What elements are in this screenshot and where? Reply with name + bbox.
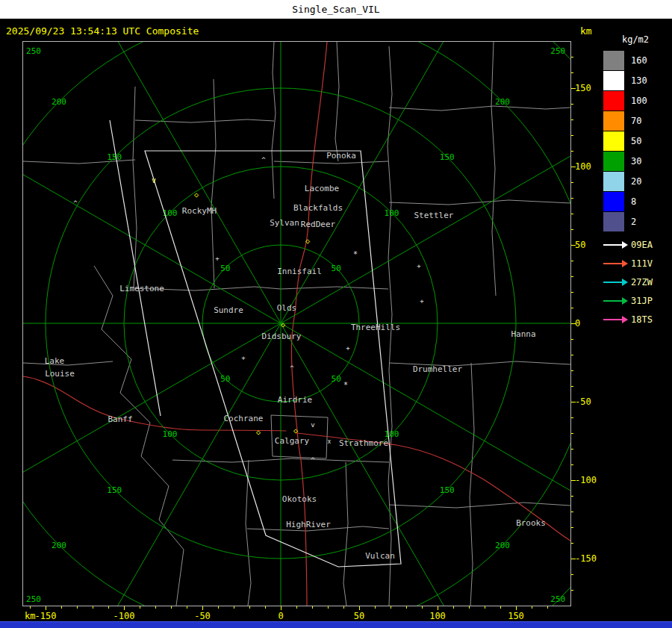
legend-swatch-160: [603, 51, 624, 70]
city-label-stettler: Stettler: [414, 211, 454, 220]
poi-marker: ◇: [281, 320, 285, 329]
x-tick: [375, 606, 376, 609]
city-labels: PonokaLacombeBlackfaldsRedDeerSylvanRock…: [45, 151, 546, 561]
legend-value: 70: [631, 111, 641, 131]
poi-marker: v: [311, 421, 314, 429]
y-tick: [571, 527, 573, 528]
y-tick: [571, 433, 573, 434]
site-id: 111V: [631, 255, 653, 273]
city-label-blackfalds: Blackfalds: [293, 203, 343, 213]
x-tick: [438, 606, 438, 610]
y-tick: [571, 574, 573, 575]
city-label-hanna: Hanna: [511, 329, 535, 339]
y-tick: [571, 151, 573, 152]
ring-range-label: 250: [26, 594, 41, 604]
x-axis-label: 50: [354, 611, 364, 621]
y-tick: [571, 464, 573, 465]
y-axis-label: -100: [575, 475, 597, 485]
azimuth-spoke: [72, 42, 281, 323]
x-tick: [249, 606, 250, 609]
ring-range-label: 200: [495, 541, 510, 550]
y-tick: [571, 135, 573, 136]
poi-marker: ◇: [293, 426, 298, 435]
poi-marker: +: [215, 255, 220, 262]
poi-marker: +: [420, 297, 424, 305]
legend-value: 20: [631, 172, 641, 192]
y-tick: [571, 590, 573, 591]
y-tick: [571, 292, 573, 293]
y-tick: [571, 308, 573, 308]
ring-range-label: 150: [440, 152, 455, 162]
legend-value: 2: [631, 212, 636, 232]
city-label-didsbury: Didsbury: [262, 332, 302, 341]
x-axis-label: 150: [508, 611, 524, 621]
city-label-sundre: Sundre: [214, 305, 243, 315]
azimuth-spoke: [281, 42, 490, 323]
poi-marker: ^: [311, 456, 315, 464]
x-axis-label: -100: [113, 611, 135, 621]
legend-swatch-2: [603, 212, 624, 231]
city-label-threehills: ThreeHills: [351, 323, 400, 332]
legend-value: 8: [631, 192, 636, 212]
radar-scan-outline: [110, 120, 401, 567]
y-tick: [571, 417, 573, 418]
city-label-brooks: Brooks: [516, 518, 546, 528]
window-titlebar: Single_Scan_VIL: [0, 0, 672, 19]
poi-marker: ◇: [256, 428, 261, 436]
city-label-olds: Olds: [277, 303, 297, 313]
city-label-vulcan: Vulcan: [365, 551, 395, 561]
site-arrow-111V: [603, 263, 623, 264]
y-tick: [571, 355, 573, 355]
ring-range-label: 100: [385, 208, 399, 218]
ring-range-label: 200: [52, 97, 66, 107]
legend-value: 100: [631, 91, 647, 111]
y-tick: [571, 386, 573, 387]
legend-value: 130: [631, 71, 647, 91]
legend-swatch-50: [603, 131, 624, 151]
x-tick: [532, 606, 532, 609]
site-arrowhead-icon: [622, 297, 628, 305]
x-tick: [500, 606, 501, 609]
poi-marker: +: [417, 262, 421, 270]
scan-timestamp: 2025/09/23 13:54:13 UTC Composite: [6, 25, 199, 37]
y-tick: [571, 543, 573, 544]
city-label-highriver: HighRiver: [286, 520, 331, 529]
city-label-rockymh: RockyMH: [182, 206, 217, 216]
x-tick: [155, 606, 156, 609]
ring-range-label: 100: [163, 429, 178, 439]
x-tick: [422, 606, 423, 609]
poi-marker: x: [328, 438, 332, 445]
poi-marker: ◇: [194, 190, 199, 199]
city-label-drumheller: Drumheller: [413, 364, 463, 374]
radar-map-canvas[interactable]: 5050505010010010010015015015015020020020…: [23, 42, 570, 606]
y-tick: [571, 72, 573, 73]
legend-swatch-20: [603, 172, 624, 191]
city-label-airdrie: Airdrie: [278, 395, 312, 405]
city-label-louise: Louise: [45, 369, 75, 379]
x-tick: [234, 606, 234, 609]
x-tick: [265, 606, 266, 609]
x-tick: [391, 606, 391, 609]
ring-range-label: 150: [107, 152, 122, 162]
site-arrow-31JP: [603, 300, 623, 302]
x-tick: [77, 606, 78, 609]
x-axis-label: 100: [429, 611, 446, 621]
ring-range-label: 50: [332, 374, 341, 384]
ring-range-label: 250: [550, 594, 565, 604]
horizontal-scrollbar[interactable]: [0, 621, 672, 628]
x-tick: [469, 606, 470, 609]
x-tick: [93, 606, 93, 609]
x-axis-unit-label: km: [25, 611, 35, 621]
poi-marker: ^: [290, 364, 294, 372]
city-label-lacombe: Lacombe: [305, 184, 339, 193]
city-label-okotoks: Okotoks: [282, 494, 317, 504]
ring-range-label: 200: [495, 97, 510, 107]
city-label-strathmore: Strathmore: [339, 438, 388, 448]
site-arrowhead-icon: [622, 241, 628, 249]
y-tick: [571, 512, 573, 512]
y-tick: [571, 119, 573, 120]
y-tick: [571, 339, 573, 340]
poi-marker: ^: [261, 156, 266, 164]
y-axis-label: 50: [575, 240, 585, 250]
y-tick: [571, 229, 573, 230]
